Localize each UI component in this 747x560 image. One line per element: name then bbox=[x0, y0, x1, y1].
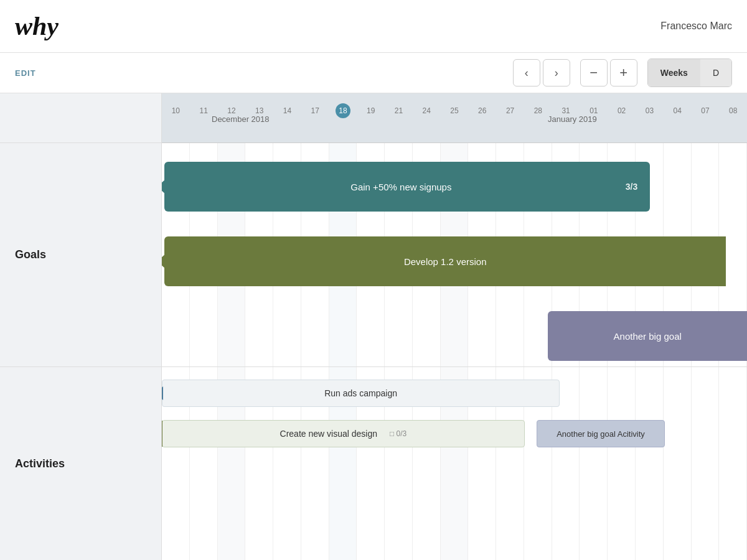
date-28: 28 bbox=[524, 98, 552, 118]
date-19: 19 bbox=[357, 98, 385, 118]
zoom-minus-button[interactable]: − bbox=[580, 59, 608, 86]
date-27: 27 bbox=[496, 98, 524, 118]
activity-bar-another-activity[interactable]: Another big goal Acitivity bbox=[537, 420, 665, 447]
date-01: 01 bbox=[580, 98, 608, 118]
date-03: 03 bbox=[636, 98, 664, 118]
goal-bar-signups[interactable]: Gain +50% new signups 3/3 bbox=[164, 162, 650, 212]
date-21: 21 bbox=[385, 98, 413, 118]
gantt-body: Gain +50% new signups 3/3 Develop 1.2 ve… bbox=[162, 143, 747, 560]
view-weeks-button[interactable]: Weeks bbox=[648, 59, 700, 86]
goal-signups-label: Gain +50% new signups bbox=[177, 182, 626, 192]
toolbar: EDIT ‹ › − + Weeks D bbox=[0, 53, 747, 93]
date-08: 08 bbox=[719, 98, 747, 118]
header: why Francesco Marc bbox=[0, 0, 747, 53]
nav-button-group: ‹ › bbox=[513, 59, 570, 86]
date-14: 14 bbox=[273, 98, 301, 118]
gantt-area: 10 11 12 13 14 17 18 19 21 24 25 26 27 2… bbox=[162, 93, 747, 560]
header-spacer bbox=[0, 93, 161, 143]
date-26: 26 bbox=[468, 98, 496, 118]
date-12: 12 bbox=[218, 98, 246, 118]
activities-label: Activities bbox=[0, 447, 80, 480]
date-13: 13 bbox=[245, 98, 273, 118]
nav-prev-button[interactable]: ‹ bbox=[513, 59, 540, 86]
goal-another-label: Another big goal bbox=[560, 331, 735, 342]
another-activity-label: Another big goal Acitivity bbox=[557, 429, 645, 439]
goals-section-label: Goals bbox=[0, 143, 161, 367]
view-days-button[interactable]: D bbox=[700, 59, 731, 86]
activity-bar-run-ads[interactable]: Run ads campaign bbox=[162, 380, 560, 407]
zoom-plus-button[interactable]: + bbox=[610, 59, 637, 86]
activity-bar-visual-design[interactable]: Create new visual design □ 0/3 bbox=[162, 420, 525, 447]
date-25: 25 bbox=[441, 98, 469, 118]
goals-area: Gain +50% new signups 3/3 Develop 1.2 ve… bbox=[162, 143, 747, 367]
run-ads-label: Run ads campaign bbox=[324, 388, 397, 398]
date-24: 24 bbox=[413, 98, 441, 118]
dates-row: 10 11 12 13 14 17 18 19 21 24 25 26 27 2… bbox=[162, 93, 747, 121]
goal-signups-count: 3/3 bbox=[626, 182, 637, 192]
nav-next-button[interactable]: › bbox=[543, 59, 570, 86]
visual-design-indicator bbox=[162, 421, 162, 447]
activities-section-label: Activities bbox=[0, 367, 161, 560]
run-ads-arrow bbox=[162, 386, 163, 400]
date-18: 18 bbox=[329, 98, 357, 118]
date-17: 17 bbox=[301, 98, 329, 118]
goal-develop-label: Develop 1.2 version bbox=[177, 256, 713, 267]
date-07: 07 bbox=[692, 98, 720, 118]
sidebar-labels: Goals Activities bbox=[0, 93, 162, 560]
date-11: 11 bbox=[190, 98, 218, 118]
date-10: 10 bbox=[162, 98, 190, 118]
timeline-header: 10 11 12 13 14 17 18 19 21 24 25 26 27 2… bbox=[162, 93, 747, 143]
visual-design-label: Create new visual design bbox=[280, 429, 377, 439]
goals-label: Goals bbox=[0, 238, 61, 271]
goal-bar-another[interactable]: Another big goal bbox=[548, 311, 747, 361]
date-02: 02 bbox=[608, 98, 636, 118]
date-31: 31 bbox=[552, 98, 580, 118]
main-content: Goals Activities 10 11 12 13 14 17 18 19… bbox=[0, 93, 747, 560]
date-04: 04 bbox=[664, 98, 692, 118]
view-toggle: Weeks D bbox=[647, 58, 732, 87]
edit-button[interactable]: EDIT bbox=[15, 68, 36, 78]
zoom-button-group: − + bbox=[580, 59, 637, 86]
visual-design-count: □ 0/3 bbox=[390, 429, 406, 438]
logo: why bbox=[15, 11, 59, 41]
activities-area: Run ads campaign Create new visual desig… bbox=[162, 367, 747, 560]
user-name: Francesco Marc bbox=[660, 21, 732, 32]
goal-bar-develop[interactable]: Develop 1.2 version bbox=[164, 236, 726, 286]
